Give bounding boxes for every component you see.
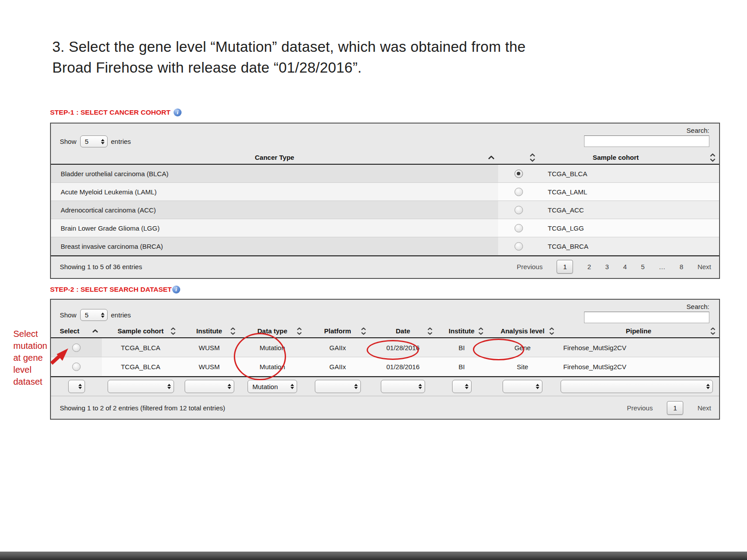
- column-header-select[interactable]: Select: [51, 324, 102, 337]
- column-header-date[interactable]: Date: [370, 324, 436, 337]
- page-button-3[interactable]: 3: [605, 263, 609, 270]
- sort-both-icon: [710, 327, 716, 335]
- platform-cell: GAIIx: [306, 338, 370, 357]
- filter-analysis-level[interactable]: [503, 380, 542, 393]
- sample-cohort-cell: TCGA_BLCA: [102, 357, 179, 376]
- page-title-line2: Broad Firehose with release date “01/28/…: [52, 57, 646, 78]
- step2-toolbar: Show 5 entries Search:: [51, 300, 719, 324]
- page-button-4[interactable]: 4: [623, 263, 627, 270]
- cohort-radio[interactable]: [515, 242, 523, 251]
- step1-show-entries: Show 5 entries: [60, 135, 131, 147]
- cohort-radio[interactable]: [515, 188, 523, 196]
- sample-cohort-cell: TCGA_LGG: [539, 219, 719, 237]
- table-row[interactable]: Bladder urothelial carcinoma (BLCA) TCGA…: [51, 165, 719, 183]
- cohort-radio[interactable]: [515, 170, 523, 178]
- table-row[interactable]: Brain Lower Grade Glioma (LGG) TCGA_LGG: [51, 219, 719, 237]
- filter-date[interactable]: [381, 380, 425, 393]
- filter-select[interactable]: [68, 380, 85, 393]
- table-row[interactable]: Breast invasive carcinoma (BRCA) TCGA_BR…: [51, 237, 719, 255]
- filter-pipeline[interactable]: [561, 380, 713, 393]
- page-button-2[interactable]: 2: [587, 263, 591, 270]
- sample-cohort-cell: TCGA_ACC: [539, 201, 719, 219]
- next-button[interactable]: Next: [697, 404, 711, 412]
- showing-entries-text: Showing 1 to 2 of 2 entries (filtered fr…: [60, 404, 225, 412]
- column-header-pipeline[interactable]: Pipeline: [558, 324, 719, 337]
- column-header-cancer-type[interactable]: Cancer Type: [51, 151, 498, 164]
- sort-asc-icon: [92, 329, 98, 333]
- filter-platform[interactable]: [315, 380, 361, 393]
- cancer-type-cell: Bladder urothelial carcinoma (BLCA): [51, 165, 498, 182]
- show-label: Show: [60, 138, 77, 145]
- cohort-radio[interactable]: [515, 224, 523, 232]
- table-row[interactable]: Acute Myeloid Leukemia (LAML) TCGA_LAML: [51, 183, 719, 201]
- column-header-institute-2[interactable]: Institute: [436, 324, 487, 337]
- select-stepper-icon: [224, 384, 234, 389]
- filter-data-type[interactable]: Mutation: [248, 380, 297, 393]
- cancer-type-cell: Acute Myeloid Leukemia (LAML): [51, 183, 498, 201]
- select-stepper-icon: [97, 313, 107, 318]
- dataset-radio[interactable]: [72, 344, 81, 352]
- table-row[interactable]: TCGA_BLCA WUSM Mutation GAIIx 01/28/2016…: [51, 357, 719, 376]
- bottom-bar: [0, 552, 747, 560]
- step1-panel: Show 5 entries Search: Cancer Type: [50, 123, 720, 279]
- step1-toolbar: Show 5 entries Search:: [51, 124, 719, 151]
- show-label: Show: [60, 311, 77, 319]
- cancer-type-cell: Breast invasive carcinoma (BRCA): [51, 237, 498, 255]
- next-button[interactable]: Next: [697, 263, 711, 270]
- date-cell: 01/28/2016: [370, 357, 436, 376]
- previous-button[interactable]: Previous: [627, 404, 653, 412]
- info-icon[interactable]: i: [172, 286, 180, 294]
- dataset-radio[interactable]: [72, 363, 81, 371]
- page-button-5[interactable]: 5: [641, 263, 644, 270]
- step2-filter-row: Mutation: [51, 377, 719, 396]
- column-header-select[interactable]: [498, 151, 539, 164]
- step2-show-entries: Show 5 entries: [60, 309, 131, 321]
- cancer-type-cell: Brain Lower Grade Glioma (LGG): [51, 219, 498, 237]
- page-button-1[interactable]: 1: [667, 401, 683, 415]
- filter-sample-cohort[interactable]: [108, 380, 174, 393]
- column-header-platform[interactable]: Platform: [306, 324, 370, 337]
- page-length-select[interactable]: 5: [80, 135, 108, 147]
- filter-institute[interactable]: [185, 380, 234, 393]
- annotation-note: Select mutation at gene level dataset: [13, 328, 47, 388]
- cohort-radio[interactable]: [515, 206, 523, 214]
- previous-button[interactable]: Previous: [517, 263, 542, 270]
- pipeline-cell: Firehose_MutSig2CV: [558, 357, 719, 376]
- search-input[interactable]: [584, 312, 709, 323]
- step2-table-footer: Showing 1 to 2 of 2 entries (filtered fr…: [51, 396, 719, 419]
- page-button-1[interactable]: 1: [557, 260, 573, 274]
- table-row[interactable]: Adrenocortical carcinoma (ACC) TCGA_ACC: [51, 201, 719, 219]
- annotation-ellipse-date: [367, 340, 419, 360]
- annotation-line: mutation: [13, 340, 47, 352]
- institute-cell: WUSM: [179, 357, 239, 376]
- step1-table-footer: Showing 1 to 5 of 36 entries Previous 1 …: [51, 256, 719, 277]
- column-header-sample-cohort[interactable]: Sample cohort: [539, 151, 719, 164]
- search-input[interactable]: [584, 135, 709, 147]
- select-stepper-icon: [351, 384, 360, 389]
- filter-institute-2[interactable]: [452, 380, 472, 393]
- step2-heading-prefix: STEP-2: [50, 286, 74, 294]
- annotation-ellipse-gene: [473, 339, 524, 360]
- annotation-ellipse-mutation: [234, 333, 286, 380]
- cancer-type-cell: Adrenocortical carcinoma (ACC): [51, 201, 498, 219]
- select-stepper-icon: [97, 139, 107, 144]
- page-button-8[interactable]: 8: [680, 263, 683, 270]
- institute2-cell: BI: [436, 357, 487, 376]
- step2-heading: STEP-2 : SELECT SEARCH DATASET i: [50, 286, 180, 294]
- annotation-line: at gene: [13, 352, 47, 364]
- page-length-select[interactable]: 5: [80, 309, 108, 321]
- sample-cohort-cell: TCGA_BRCA: [539, 237, 719, 255]
- step1-pagination: Previous 1 2 3 4 5 … 8 Next: [517, 260, 711, 274]
- sort-both-icon: [361, 327, 366, 335]
- page-ellipsis: …: [659, 263, 666, 270]
- step2-pagination: Previous 1 Next: [627, 401, 711, 415]
- column-header-sample-cohort[interactable]: Sample cohort: [102, 324, 179, 337]
- column-header-analysis-level[interactable]: Analysis level: [487, 324, 558, 337]
- info-icon[interactable]: i: [174, 108, 182, 116]
- search-label: Search:: [686, 127, 709, 134]
- column-header-institute[interactable]: Institute: [179, 324, 239, 337]
- step2-heading-text: : SELECT SEARCH DATASET: [76, 286, 172, 294]
- annotation-line: level: [13, 364, 47, 376]
- step1-search: Search:: [584, 127, 709, 147]
- page-title: 3. Select the gene level “Mutation” data…: [52, 36, 646, 78]
